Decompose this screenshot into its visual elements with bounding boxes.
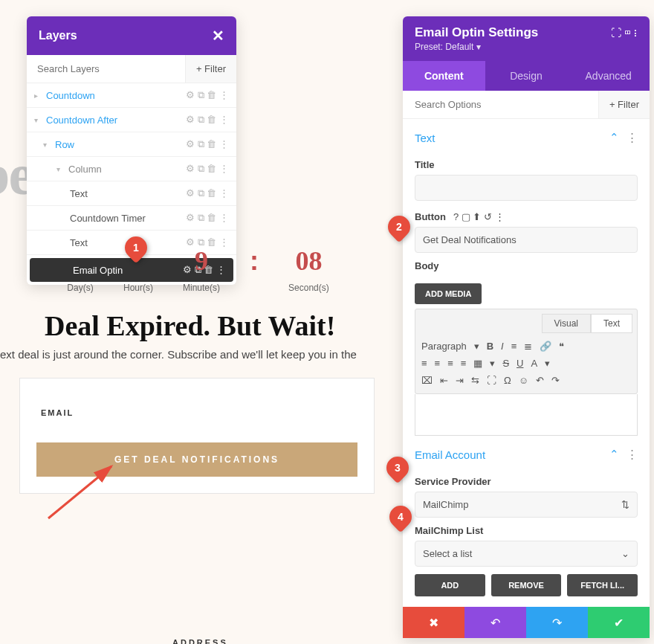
- indent-in-icon[interactable]: ⇥: [456, 375, 464, 386]
- button-option-icons[interactable]: ? ▢ ⬆ ↺ ⋮: [453, 211, 505, 222]
- link-icon[interactable]: 🔗: [540, 341, 551, 352]
- select-arrows-icon: ⇅: [621, 499, 629, 510]
- settings-header-icons[interactable]: ⛶ ◫ ⋮: [611, 27, 638, 39]
- tab-advanced[interactable]: Advanced: [567, 61, 650, 91]
- align-justify-icon[interactable]: ≡: [461, 358, 467, 369]
- save-button[interactable]: ✔: [588, 607, 650, 638]
- settings-filter-button[interactable]: + Filter: [598, 91, 650, 118]
- deal-heading: Deal Expired. But Wait!: [45, 309, 335, 342]
- redo-button[interactable]: ↷: [526, 607, 588, 638]
- underline-icon[interactable]: U: [517, 358, 523, 369]
- add-media-button[interactable]: ADD MEDIA: [415, 283, 482, 304]
- provider-label: Service Provider: [415, 476, 638, 487]
- body-label: Body: [415, 260, 638, 271]
- editor-textarea[interactable]: [415, 394, 638, 436]
- outdent-icon[interactable]: ⇆: [471, 375, 479, 386]
- align-left-icon[interactable]: ≡: [421, 358, 427, 369]
- section-text[interactable]: Text ⌃⋮: [415, 119, 638, 152]
- remove-button[interactable]: REMOVE: [491, 574, 562, 596]
- layer-label: Row: [55, 139, 186, 150]
- countdown-label: Hour(s): [123, 283, 153, 293]
- footer-actions: ✖ ↶ ↷ ✔: [403, 607, 650, 638]
- layers-search-input[interactable]: [27, 55, 185, 83]
- settings-search-row: + Filter: [403, 91, 650, 119]
- indent-out-icon[interactable]: ⇤: [440, 375, 448, 386]
- quote-icon[interactable]: ❝: [559, 341, 564, 352]
- countdown-label: Second(s): [288, 283, 329, 293]
- add-button[interactable]: ADD: [415, 574, 485, 596]
- kebab-icon[interactable]: ⋮: [627, 131, 638, 144]
- title-input[interactable]: [415, 175, 638, 201]
- fullscreen-icon[interactable]: ⛶: [487, 375, 496, 386]
- settings-search-input[interactable]: [403, 91, 598, 118]
- email-optin-box: EMAIL GET DEAL NOTIFICATIONS: [19, 378, 375, 494]
- bold-icon[interactable]: B: [487, 341, 493, 352]
- redo-icon[interactable]: ↷: [551, 375, 560, 386]
- deal-subtext: ext deal is just around the corner. Subs…: [0, 348, 357, 361]
- table-icon[interactable]: ▦: [473, 358, 482, 369]
- emoji-icon[interactable]: ☺: [519, 375, 528, 386]
- section-email-account[interactable]: Email Account ⌃⋮: [415, 436, 638, 468]
- button-label: Button: [415, 211, 446, 222]
- layers-title: Layers: [39, 29, 77, 42]
- settings-title: Email Optin Settings: [415, 25, 538, 40]
- caret-icon: ▾: [56, 165, 65, 173]
- align-center-icon[interactable]: ≡: [435, 358, 441, 369]
- layer-actions[interactable]: ⚙ ⧉ 🗑 ⋮: [186, 114, 229, 126]
- chevron-up-icon[interactable]: ⌃: [609, 131, 619, 144]
- paragraph-selector[interactable]: Paragraph: [421, 341, 467, 352]
- undo-icon[interactable]: ↶: [536, 375, 544, 386]
- kebab-icon[interactable]: ⋮: [627, 448, 638, 461]
- provider-select[interactable]: MailChimp⇅: [415, 492, 638, 518]
- layer-actions[interactable]: ⚙ ⧉ 🗑 ⋮: [186, 163, 229, 175]
- layer-item[interactable]: ▾Row⚙ ⧉ 🗑 ⋮: [27, 132, 236, 157]
- provider-value: MailChimp: [423, 499, 468, 510]
- list-value: Select a list: [423, 548, 472, 559]
- layer-actions[interactable]: ⚙ ⧉ 🗑 ⋮: [186, 187, 229, 199]
- close-icon[interactable]: ✕: [212, 27, 224, 45]
- clear-icon[interactable]: ⌧: [421, 375, 433, 386]
- section-title: Text: [415, 132, 436, 144]
- editor-tab-text[interactable]: Text: [591, 314, 632, 333]
- layer-label: Countdown: [46, 90, 186, 101]
- number-list-icon[interactable]: ≣: [524, 341, 532, 352]
- layer-item[interactable]: ▾Countdown After⚙ ⧉ 🗑 ⋮: [27, 108, 236, 132]
- settings-panel: Email Optin Settings ⛶ ◫ ⋮ Preset: Defau…: [403, 16, 650, 638]
- text-color-icon[interactable]: A: [531, 358, 537, 369]
- omega-icon[interactable]: Ω: [504, 375, 511, 386]
- list-buttons: ADD REMOVE FETCH LI...: [415, 574, 638, 596]
- caret-icon: ▸: [34, 91, 43, 100]
- layers-filter-button[interactable]: + Filter: [185, 55, 236, 83]
- layer-item[interactable]: Countdown Timer⚙ ⧉ 🗑 ⋮: [27, 206, 236, 231]
- settings-tabs: Content Design Advanced: [403, 61, 650, 91]
- tab-content[interactable]: Content: [403, 61, 485, 91]
- layer-label: Column: [68, 164, 186, 175]
- editor-tab-visual[interactable]: Visual: [542, 314, 591, 333]
- address-label: ADDRESS: [172, 638, 228, 644]
- layer-item[interactable]: Text⚙ ⧉ 🗑 ⋮: [27, 181, 236, 206]
- layers-search-row: + Filter: [27, 55, 236, 83]
- list-select[interactable]: Select a list⌄: [415, 541, 638, 567]
- layer-item[interactable]: ▾Column⚙ ⧉ 🗑 ⋮: [27, 157, 236, 181]
- layer-actions[interactable]: ⚙ ⧉ 🗑 ⋮: [186, 212, 229, 224]
- layer-item[interactable]: ▸Countdown⚙ ⧉ 🗑 ⋮: [27, 83, 236, 108]
- caret-icon: ▾: [43, 141, 52, 149]
- layers-header: Layers ✕: [27, 16, 236, 55]
- layer-actions[interactable]: ⚙ ⧉ 🗑 ⋮: [186, 89, 229, 101]
- italic-icon[interactable]: I: [501, 341, 504, 352]
- layer-actions[interactable]: ⚙ ⧉ 🗑 ⋮: [186, 138, 229, 150]
- get-deal-notifications-button[interactable]: GET DEAL NOTIFICATIONS: [36, 442, 357, 477]
- section-title: Email Account: [415, 448, 485, 461]
- layer-label: Countdown Timer: [70, 213, 186, 224]
- strike-icon[interactable]: S: [502, 358, 509, 369]
- button-value-field[interactable]: Get Deal Notifications: [415, 227, 638, 253]
- fetch-button[interactable]: FETCH LI...: [567, 574, 638, 596]
- cancel-button[interactable]: ✖: [403, 607, 464, 638]
- preset-selector[interactable]: Preset: Default ▾: [415, 42, 638, 52]
- align-right-icon[interactable]: ≡: [447, 358, 453, 369]
- undo-button[interactable]: ↶: [464, 607, 526, 638]
- tab-design[interactable]: Design: [485, 61, 568, 91]
- chevron-up-icon[interactable]: ⌃: [609, 448, 619, 461]
- settings-header: Email Optin Settings ⛶ ◫ ⋮ Preset: Defau…: [403, 16, 650, 61]
- bullet-list-icon[interactable]: ≡: [511, 341, 517, 352]
